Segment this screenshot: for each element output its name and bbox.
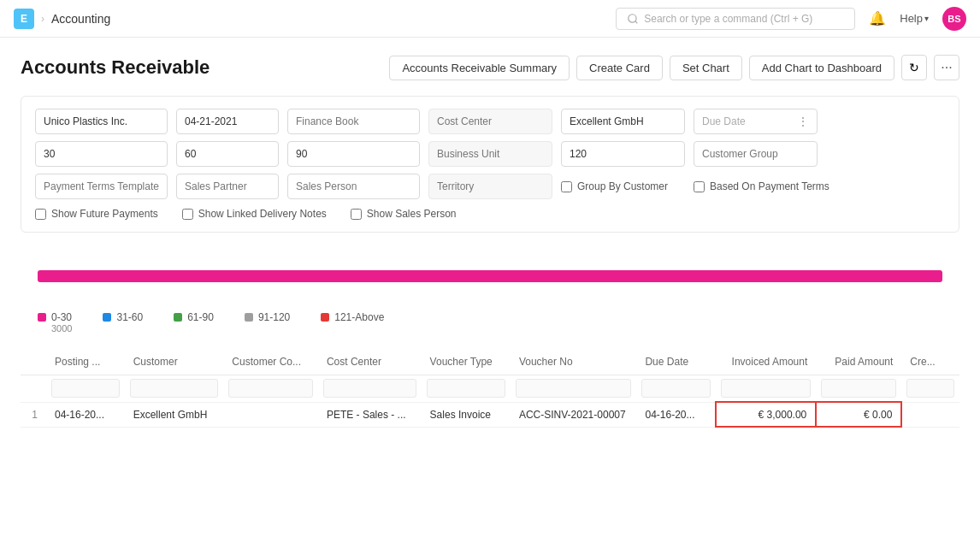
svg-line-1 — [635, 21, 638, 23]
cell-invoiced-amount: € 3,000.00 — [716, 402, 816, 427]
search-bar[interactable]: Search or type a command (Ctrl + G) — [616, 8, 855, 30]
legend-label-91-120: 91-120 — [258, 311, 290, 323]
legend-dot-0-30 — [38, 313, 46, 322]
business-unit-input[interactable] — [428, 141, 552, 167]
accounts-receivable-summary-button[interactable]: Accounts Receivable Summary — [389, 56, 570, 80]
company-input[interactable] — [35, 109, 168, 134]
refresh-button[interactable]: ↻ — [901, 55, 927, 80]
create-card-button[interactable]: Create Card — [576, 56, 663, 80]
filter-customer-co[interactable] — [228, 379, 313, 398]
legend-dot-61-90 — [174, 313, 182, 322]
nav-app[interactable]: Accounting — [51, 12, 110, 26]
legend-label-121-above: 121-Above — [334, 311, 384, 323]
based-on-payment-label: Based On Payment Terms — [710, 180, 829, 192]
col-paid-amount[interactable]: Paid Amount — [816, 349, 901, 375]
legend-item-61-90: 61-90 — [174, 311, 214, 323]
table-section: Posting ... Customer Customer Co... Cost… — [21, 349, 959, 428]
legend-value-0-30: 3000 — [51, 323, 72, 334]
chart-area: 0-30 3000 31-60 61-90 91-120 121-Above — [21, 246, 959, 340]
col-customer[interactable]: Customer — [125, 349, 224, 375]
filter-invoiced[interactable] — [721, 379, 811, 398]
search-placeholder: Search or type a command (Ctrl + G) — [644, 13, 812, 25]
cell-cost-center: PETE - Sales - ... — [318, 402, 422, 427]
due-date-options-icon[interactable]: ⋮ — [797, 115, 809, 128]
cell-num: 1 — [21, 402, 46, 427]
legend-dot-91-120 — [245, 313, 253, 322]
due-date-container: Due Date ⋮ — [694, 109, 818, 134]
cell-voucher-type: Sales Invoice — [422, 402, 511, 427]
aging-4-input[interactable] — [561, 141, 685, 167]
set-chart-button[interactable]: Set Chart — [670, 56, 742, 80]
page-title: Accounts Receivable — [21, 56, 210, 79]
cell-posting: 04-16-20... — [46, 402, 125, 427]
legend-item-91-120: 91-120 — [245, 311, 290, 323]
filter-posting[interactable] — [51, 379, 120, 398]
aging-3-input[interactable] — [287, 141, 420, 167]
filters-panel: Due Date ⋮ Group By Customer B — [21, 96, 959, 233]
based-on-payment-checkbox[interactable] — [694, 181, 705, 192]
help-button[interactable]: Help ▾ — [900, 12, 929, 25]
cell-customer-co — [223, 402, 318, 427]
bell-icon[interactable]: 🔔 — [869, 10, 886, 27]
filter-cost-center[interactable] — [323, 379, 416, 398]
filter-row-2 — [35, 141, 945, 167]
sales-partner-input[interactable] — [176, 174, 279, 199]
col-due-date[interactable]: Due Date — [636, 349, 715, 375]
col-invoiced-amount[interactable]: Invoiced Amount — [716, 349, 816, 375]
avatar[interactable]: BS — [942, 7, 966, 31]
svg-point-0 — [629, 14, 636, 21]
future-payments-label: Show Future Payments — [51, 208, 158, 220]
more-options-button[interactable]: ··· — [934, 55, 959, 80]
cell-credit — [901, 402, 959, 427]
filter-credit[interactable] — [906, 379, 954, 398]
show-sales-person-label: Show Sales Person — [367, 208, 457, 220]
payment-terms-input[interactable] — [35, 174, 168, 199]
group-by-customer-label: Group By Customer — [577, 180, 668, 192]
due-date-label: Due Date — [702, 115, 746, 127]
finance-book-input[interactable] — [287, 109, 420, 134]
filter-due-date[interactable] — [641, 379, 710, 398]
chart-legend: 0-30 3000 31-60 61-90 91-120 121-Above — [21, 304, 959, 340]
cell-due-date: 04-16-20... — [636, 402, 715, 427]
col-posting[interactable]: Posting ... — [46, 349, 125, 375]
territory-input[interactable] — [428, 174, 552, 199]
linked-delivery-checkbox[interactable] — [182, 209, 193, 220]
show-sales-person-container: Show Sales Person — [351, 208, 457, 220]
show-sales-person-checkbox[interactable] — [351, 209, 362, 220]
top-nav: E › Accounting Search or type a command … — [0, 0, 980, 38]
cost-center-input[interactable] — [428, 109, 552, 134]
add-chart-button[interactable]: Add Chart to Dashboard — [749, 56, 894, 80]
customer-input[interactable] — [561, 109, 685, 134]
linked-delivery-container: Show Linked Delivery Notes — [182, 208, 327, 220]
group-by-customer-checkbox[interactable] — [561, 181, 572, 192]
group-by-customer-checkbox-container: Group By Customer — [561, 180, 685, 192]
date-input[interactable] — [176, 109, 279, 134]
cell-voucher-no: ACC-SINV-2021-00007 — [511, 402, 637, 427]
nav-logo: E — [14, 9, 34, 29]
col-cost-center[interactable]: Cost Center — [318, 349, 422, 375]
future-payments-container: Show Future Payments — [35, 208, 158, 220]
sales-person-input[interactable] — [287, 174, 420, 199]
aging-1-input[interactable] — [35, 141, 168, 167]
page-header: Accounts Receivable Accounts Receivable … — [21, 55, 959, 80]
filter-customer[interactable] — [130, 379, 219, 398]
filter-paid[interactable] — [821, 379, 896, 398]
future-payments-checkbox[interactable] — [35, 209, 46, 220]
filter-voucher-no[interactable] — [516, 379, 632, 398]
col-voucher-type[interactable]: Voucher Type — [422, 349, 511, 375]
legend-label-61-90: 61-90 — [187, 311, 214, 323]
legend-item-121-above: 121-Above — [321, 311, 384, 323]
legend-dot-31-60 — [103, 313, 111, 322]
legend-item-31-60: 31-60 — [103, 311, 143, 323]
legend-item-0-30: 0-30 3000 — [38, 311, 72, 334]
col-voucher-no[interactable]: Voucher No — [511, 349, 637, 375]
table-header-row: Posting ... Customer Customer Co... Cost… — [21, 349, 959, 375]
col-credit[interactable]: Cre... — [901, 349, 959, 375]
data-table: Posting ... Customer Customer Co... Cost… — [21, 349, 959, 428]
customer-group-input[interactable] — [694, 141, 818, 167]
aging-2-input[interactable] — [176, 141, 279, 167]
linked-delivery-label: Show Linked Delivery Notes — [198, 208, 327, 220]
table-row[interactable]: 1 04-16-20... Excellent GmbH PETE - Sale… — [21, 402, 959, 427]
col-customer-co[interactable]: Customer Co... — [223, 349, 318, 375]
filter-voucher-type[interactable] — [427, 379, 505, 398]
